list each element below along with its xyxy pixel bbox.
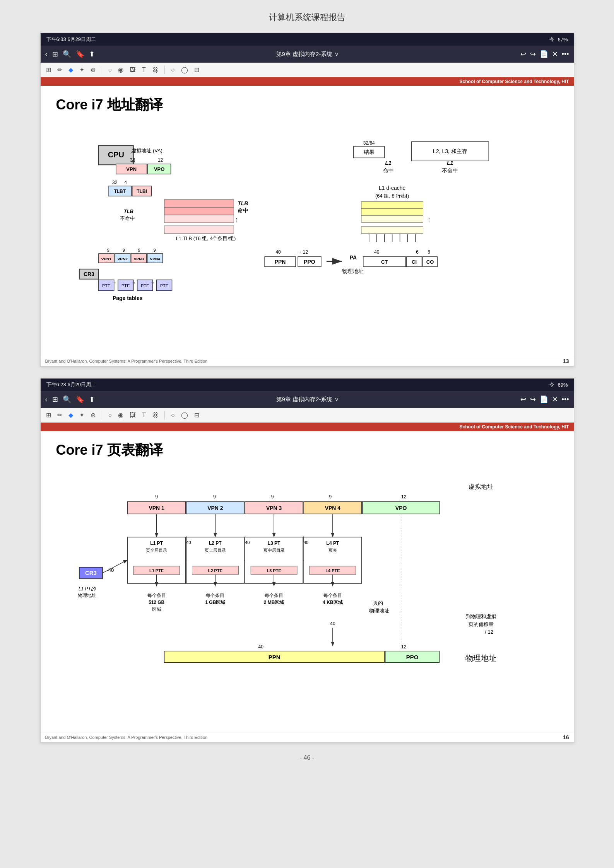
slide-2-container: 下午6:23 6月29日周二 令 69% ‹ ⊞ 🔍 🔖 ⬆ 第9章 虚拟内存2… xyxy=(40,378,574,743)
l3pt-label: L3 PT xyxy=(267,541,280,546)
l1-miss-label: L1 xyxy=(447,160,453,166)
l3pt-40: 40 xyxy=(245,540,250,545)
more-button-2[interactable]: ••• xyxy=(562,396,569,404)
tool-diamond-1[interactable]: ◆ xyxy=(67,65,75,74)
toolbar-title-1: 第9章 虚拟内存2-系统 ∨ xyxy=(276,51,339,58)
share-button-2[interactable]: ⬆ xyxy=(89,395,95,404)
ppn-label: PPN xyxy=(274,259,286,265)
tool-circle-1[interactable]: ○ xyxy=(107,66,114,74)
vpn1-num: 9 xyxy=(107,248,109,252)
pte3-label: PTE xyxy=(140,283,149,288)
back-button-1[interactable]: ‹ xyxy=(45,50,48,58)
tool-pencil-1[interactable]: ✏ xyxy=(56,65,64,74)
tool-eraser-2[interactable]: ✦ xyxy=(78,411,86,420)
hit-header-1: School of Computer Science and Technolog… xyxy=(41,77,574,86)
doc-button-2[interactable]: 📄 xyxy=(540,395,548,404)
co-label: CO xyxy=(426,259,433,265)
tool-grid2-1[interactable]: ⊟ xyxy=(193,65,201,74)
ppn-40-label: 40 xyxy=(275,249,281,255)
battery-2: 69% xyxy=(558,382,568,388)
redo-button-2[interactable]: ↪ xyxy=(530,395,536,404)
tool-image-1[interactable]: 🖼 xyxy=(128,66,137,74)
redo-button-1[interactable]: ↪ xyxy=(530,50,536,58)
tool-lasso-1[interactable]: ⊛ xyxy=(89,65,97,74)
grid-button-1[interactable]: ⊞ xyxy=(52,50,58,58)
slide-content-1: Core i7 地址翻译 CPU 虚拟地址 (VA) 36 12 VPN VPO xyxy=(41,86,574,356)
tool-grid-1[interactable]: ⊞ xyxy=(44,65,53,74)
tool-grid2-2[interactable]: ⊟ xyxy=(193,411,201,420)
tlb-right-label: TLB xyxy=(238,200,248,206)
tool-shapes-1[interactable]: ◉ xyxy=(116,65,125,74)
diagram-area-2: 虚拟地址 9 9 9 9 12 VPN 1 VPN 2 VPN 3 VPN 4 … xyxy=(56,467,558,724)
tool-oval2-2[interactable]: ◯ xyxy=(180,411,190,420)
tlb-dots: ⋮ xyxy=(234,217,239,223)
tool-shapes-2[interactable]: ◉ xyxy=(116,411,125,420)
pte2-label: PTE xyxy=(121,283,130,288)
undo-button-2[interactable]: ↩ xyxy=(520,395,526,404)
arrow1: → xyxy=(111,280,116,286)
footer-text-2: Bryant and O'Hallaron, Computer Systems:… xyxy=(45,735,208,740)
tool-grid-2a[interactable]: ⊞ xyxy=(44,411,53,420)
status-time-2: 下午6:23 6月29日周二 xyxy=(46,381,96,388)
undo-button-1[interactable]: ↩ xyxy=(520,50,526,58)
slide-title-2: Core i7 页表翻译 xyxy=(56,441,558,460)
ppo-row-12: 12 xyxy=(401,644,406,650)
ci-label: CI xyxy=(412,259,417,265)
offset-12: / 12 xyxy=(485,629,493,635)
l3pt-desc2-1: 每个条目 xyxy=(265,593,283,598)
vpn4-num: 9 xyxy=(153,248,156,252)
tlb-miss-label: 不命中 xyxy=(120,215,135,221)
l3pte-label: L3 PTE xyxy=(267,568,281,573)
tool-oval1-1[interactable]: ○ xyxy=(169,66,176,74)
offset-label-1: 到物理和虚拟 xyxy=(466,614,496,619)
l1pte-label: L1 PTE xyxy=(149,568,164,573)
vpn4-label: VPN4 xyxy=(150,257,160,261)
tool-text-2[interactable]: T xyxy=(140,411,147,420)
tlb-row-4 xyxy=(164,226,234,234)
tool-oval2-1[interactable]: ◯ xyxy=(180,65,190,74)
dcache-dots: ⋮ xyxy=(426,217,431,223)
tool-link-1[interactable]: ⛓ xyxy=(151,66,160,74)
tool-diamond-2[interactable]: ◆ xyxy=(67,411,75,420)
more-button-1[interactable]: ••• xyxy=(562,50,569,58)
back-button-2[interactable]: ‹ xyxy=(45,396,48,404)
tool-circle-2[interactable]: ○ xyxy=(107,411,114,420)
tool-oval1-2[interactable]: ○ xyxy=(169,411,176,420)
tlb-row-3 xyxy=(164,215,234,223)
va-36-label: 36 xyxy=(130,157,135,163)
close-button-2[interactable]: ✕ xyxy=(552,395,558,404)
tool-lasso-2[interactable]: ⊛ xyxy=(89,411,97,420)
search-button-1[interactable]: 🔍 xyxy=(63,50,71,58)
tool-link-2[interactable]: ⛓ xyxy=(151,411,160,420)
slide-title-1: Core i7 地址翻译 xyxy=(56,95,558,114)
dcache-row-4 xyxy=(361,227,423,234)
tlb-left-label: TLB xyxy=(123,208,133,214)
grid-button-2[interactable]: ⊞ xyxy=(52,395,58,404)
toolbar-left-2: ‹ ⊞ 🔍 🔖 ⬆ xyxy=(45,395,95,404)
status-time-1: 下午6:33 6月29日周二 xyxy=(46,36,96,43)
arrow2: → xyxy=(130,280,136,286)
l2pt-40: 40 xyxy=(186,540,191,545)
page-tables-label: Page tables xyxy=(112,295,142,301)
close-button-1[interactable]: ✕ xyxy=(552,50,558,58)
diagram-svg-1: CPU 虚拟地址 (VA) 36 12 VPN VPO 32 4 TLBT xyxy=(56,122,558,346)
tool-pencil-2[interactable]: ✏ xyxy=(56,411,64,420)
tool-eraser-1[interactable]: ✦ xyxy=(78,65,86,74)
vpn3-label: VPN3 xyxy=(133,257,144,261)
arrow3: → xyxy=(150,280,155,286)
search-button-2[interactable]: 🔍 xyxy=(63,395,71,404)
offset-label-2: 页的偏移量 xyxy=(468,621,493,627)
bookmark-button-1[interactable]: 🔖 xyxy=(76,50,84,58)
tool-image-2[interactable]: 🖼 xyxy=(128,411,137,420)
vpn2-seg-num: 9 xyxy=(213,494,216,500)
tool-text-1[interactable]: T xyxy=(140,66,147,74)
page-num-2: 16 xyxy=(563,734,569,740)
vpn1-label: VPN1 xyxy=(101,257,111,261)
cpu-label: CPU xyxy=(108,150,124,159)
slide-footer-1: Bryant and O'Hallaron, Computer Systems:… xyxy=(41,356,574,366)
doc-button-1[interactable]: 📄 xyxy=(540,50,548,58)
bookmark-button-2[interactable]: 🔖 xyxy=(76,395,84,404)
cr3-to-l1pt xyxy=(102,560,127,573)
pa-label: PA xyxy=(349,254,356,261)
share-button-1[interactable]: ⬆ xyxy=(89,50,95,58)
